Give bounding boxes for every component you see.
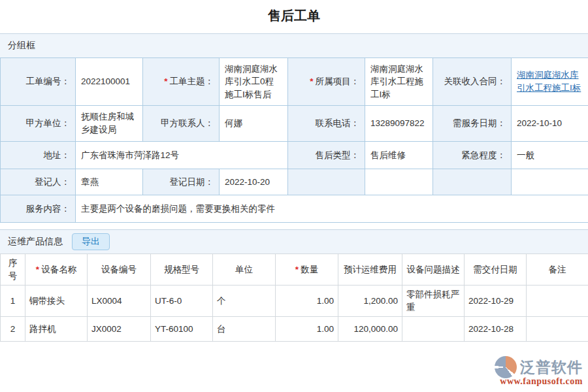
- table-row: 1 铜带接头 LX0004 UT-6-0 个 1.00 1,200.00 零部件…: [1, 286, 588, 317]
- cell-device-code: JX0002: [88, 317, 151, 342]
- required-asterisk: *: [310, 76, 313, 86]
- work-order-form: 工单编号： 2022100001 *工单主题： 湖南洞庭湖水库引水工0程施工I标…: [0, 57, 588, 223]
- col-issue: 设备问题描述: [402, 254, 465, 286]
- register-date-label: 登记日期：: [143, 169, 220, 195]
- cell-device-code: LX0004: [88, 286, 151, 317]
- empty-label-cell: [288, 169, 365, 195]
- required-asterisk: *: [295, 265, 299, 274]
- party-a-contact-value: 何娜: [220, 106, 288, 142]
- project-label: *所属项目：: [288, 58, 365, 106]
- cell-seq: 2: [1, 317, 25, 342]
- phone-label: 联系电话：: [288, 106, 365, 142]
- cell-due-date: 2022-10-28: [465, 317, 527, 342]
- party-a-unit-value: 抚顺住房和城乡建设局: [76, 106, 143, 142]
- cell-device-name: 路拌机: [25, 317, 88, 342]
- form-row-4: 登记人： 章燕 登记日期： 2022-10-20: [1, 169, 588, 195]
- service-date-value: 2022-10-10: [512, 106, 588, 142]
- col-model: 规格型号: [151, 254, 213, 286]
- project-value: 湖南洞庭湖水库引水工程施工I标: [365, 58, 433, 106]
- cell-seq: 1: [1, 286, 25, 317]
- required-asterisk: *: [36, 265, 39, 274]
- brand-url: www.fanpusoft.com: [495, 376, 583, 387]
- col-unit: 单位: [213, 254, 276, 286]
- address-label: 地址：: [1, 142, 76, 169]
- form-row-1: 工单编号： 2022100001 *工单主题： 湖南洞庭湖水库引水工0程施工I标…: [1, 58, 588, 106]
- cell-device-name: 铜带接头: [25, 286, 88, 317]
- fanpu-logo-icon: [495, 356, 517, 378]
- phone-value: 13289097822: [365, 106, 433, 142]
- cell-unit: 个: [213, 286, 276, 317]
- products-header-row: 序号 *设备名称 设备编号 规格型号 单位 *数量 预计运维费用 设备问题描述 …: [1, 254, 588, 286]
- form-row-5: 服务内容： 主要是两个设备的磨损问题，需要更换相关的零件: [1, 195, 588, 223]
- group-box-label: 分组框: [8, 40, 35, 52]
- register-date-value: 2022-10-20: [220, 169, 288, 195]
- required-asterisk: *: [164, 76, 167, 86]
- service-content-value: 主要是两个设备的磨损问题，需要更换相关的零件: [76, 195, 588, 223]
- cell-model: YT-60100: [151, 317, 213, 342]
- subject-label: *工单主题：: [143, 58, 220, 106]
- brand-name: 泛普软件: [520, 357, 583, 378]
- party-a-contact-label: 甲方联系人：: [143, 106, 220, 142]
- cell-issue: 零部件损耗严重: [402, 286, 465, 317]
- urgency-label: 紧急程度：: [433, 142, 512, 169]
- products-section-header: 运维产品信息 导出: [0, 229, 588, 253]
- order-no-label: 工单编号：: [1, 58, 76, 106]
- empty-value-cell: [512, 169, 588, 195]
- products-section-title: 运维产品信息: [8, 236, 63, 248]
- table-row: 2 路拌机 JX0002 YT-60100 台 1.00 120,000.00 …: [1, 317, 588, 342]
- cell-qty: 1.00: [276, 286, 338, 317]
- col-device-code: 设备编号: [88, 254, 151, 286]
- income-contract-link[interactable]: 湖南洞庭湖水库引水工程施工I标: [517, 70, 581, 93]
- group-box-header: 分组框: [0, 33, 588, 57]
- footer-brand: 泛普软件 www.fanpusoft.com: [495, 356, 583, 387]
- products-table: 序号 *设备名称 设备编号 规格型号 单位 *数量 预计运维费用 设备问题描述 …: [0, 253, 588, 342]
- form-row-3: 地址： 广东省珠海市菏泽路12号 售后类型： 售后维修 紧急程度： 一般: [1, 142, 588, 169]
- aftersales-type-value: 售后维修: [365, 142, 433, 169]
- col-note: 备注: [527, 254, 588, 286]
- empty-value-cell: [365, 169, 433, 195]
- col-device-name: *设备名称: [25, 254, 88, 286]
- cell-cost: 120,000.00: [338, 317, 402, 342]
- address-value: 广东省珠海市菏泽路12号: [76, 142, 288, 169]
- export-button[interactable]: 导出: [72, 233, 110, 250]
- form-row-2: 甲方单位： 抚顺住房和城乡建设局 甲方联系人： 何娜 联系电话： 1328909…: [1, 106, 588, 142]
- col-due-date: 需交付日期: [465, 254, 527, 286]
- cell-due-date: 2022-10-29: [465, 286, 527, 317]
- party-a-unit-label: 甲方单位：: [1, 106, 76, 142]
- cell-note: [527, 317, 588, 342]
- urgency-value: 一般: [512, 142, 588, 169]
- order-no-value: 2022100001: [76, 58, 143, 106]
- registrant-value: 章燕: [76, 169, 143, 195]
- service-date-label: 需服务日期：: [433, 106, 512, 142]
- cell-model: UT-6-0: [151, 286, 213, 317]
- cell-unit: 台: [213, 317, 276, 342]
- col-qty: *数量: [276, 254, 338, 286]
- cell-cost: 1,200.00: [338, 286, 402, 317]
- income-contract-label: 关联收入合同：: [433, 58, 512, 106]
- subject-value: 湖南洞庭湖水库引水工0程施工I标售后: [220, 58, 288, 106]
- cell-issue: [402, 317, 465, 342]
- service-content-label: 服务内容：: [1, 195, 76, 223]
- cell-note: [527, 286, 588, 317]
- aftersales-type-label: 售后类型：: [288, 142, 365, 169]
- empty-label-cell: [433, 169, 512, 195]
- col-cost: 预计运维费用: [338, 254, 402, 286]
- col-seq: 序号: [1, 254, 25, 286]
- cell-qty: 1.00: [276, 317, 338, 342]
- income-contract-cell: 湖南洞庭湖水库引水工程施工I标: [512, 58, 588, 106]
- registrant-label: 登记人：: [1, 169, 76, 195]
- page-title: 售后工单: [0, 0, 588, 33]
